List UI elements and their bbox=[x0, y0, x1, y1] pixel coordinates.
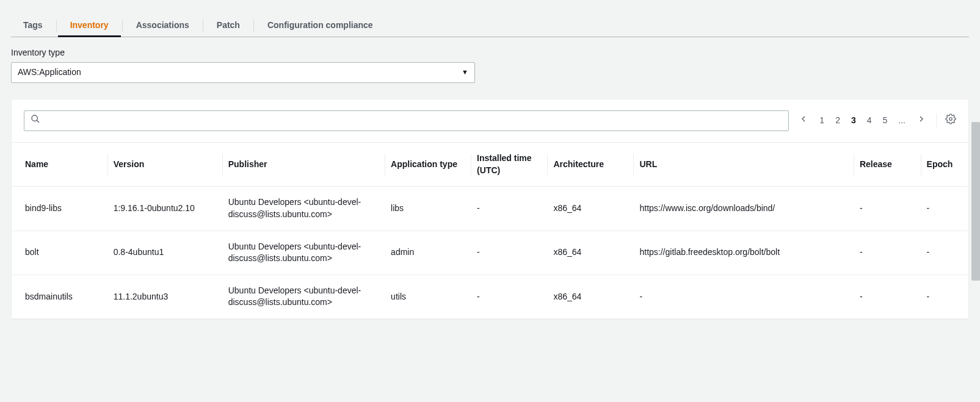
tab-separator bbox=[122, 20, 123, 32]
pager-page-2[interactable]: 2 bbox=[835, 115, 840, 127]
col-epoch[interactable]: Epoch bbox=[921, 143, 968, 187]
cell-name: bind9-libs bbox=[12, 187, 107, 231]
table-header-row: Name Version Publisher Application type … bbox=[12, 143, 968, 187]
tab-associations[interactable]: Associations bbox=[124, 15, 201, 37]
col-architecture[interactable]: Architecture bbox=[547, 143, 633, 187]
cell-url: - bbox=[633, 275, 853, 318]
inventory-panel: 1 2 3 4 5 ... bbox=[11, 99, 969, 320]
tab-patch[interactable]: Patch bbox=[205, 15, 252, 37]
tab-inventory[interactable]: Inventory bbox=[58, 15, 121, 37]
toolbar: 1 2 3 4 5 ... bbox=[12, 99, 968, 142]
pager-prev-icon[interactable] bbox=[799, 114, 808, 127]
gear-icon bbox=[945, 113, 956, 128]
tab-configuration-compliance[interactable]: Configuration compliance bbox=[255, 15, 385, 37]
inventory-type-select[interactable]: AWS:Application ▼ bbox=[11, 62, 475, 83]
search-input-wrapper[interactable] bbox=[24, 110, 789, 131]
table-row: bolt0.8-4ubuntu1Ubuntu Developers <ubunt… bbox=[12, 231, 968, 275]
tab-separator bbox=[203, 20, 203, 32]
col-apptype[interactable]: Application type bbox=[385, 143, 471, 187]
pager-page-1[interactable]: 1 bbox=[819, 115, 824, 127]
pager-page-5[interactable]: 5 bbox=[883, 115, 888, 127]
tab-tags[interactable]: Tags bbox=[11, 15, 55, 37]
search-icon bbox=[31, 114, 40, 127]
svg-point-2 bbox=[949, 118, 953, 121]
cell-url: https://gitlab.freedesktop.org/bolt/bolt bbox=[633, 231, 853, 275]
col-installed[interactable]: Installed time (UTC) bbox=[471, 143, 547, 187]
col-release[interactable]: Release bbox=[854, 143, 921, 187]
cell-release: - bbox=[854, 231, 921, 275]
cell-epoch: - bbox=[921, 187, 968, 231]
svg-line-1 bbox=[37, 120, 39, 123]
cell-installed: - bbox=[471, 187, 547, 231]
cell-release: - bbox=[854, 187, 921, 231]
cell-epoch: - bbox=[921, 275, 968, 318]
tab-bar: Tags Inventory Associations Patch Config… bbox=[11, 0, 969, 37]
settings-button[interactable] bbox=[936, 113, 956, 128]
inventory-table: Name Version Publisher Application type … bbox=[12, 142, 968, 319]
cell-url: https://www.isc.org/downloads/bind/ bbox=[633, 187, 853, 231]
cell-apptype: libs bbox=[385, 187, 471, 231]
svg-point-0 bbox=[32, 115, 37, 121]
cell-publisher: Ubuntu Developers <ubuntu-devel-discuss@… bbox=[222, 187, 385, 231]
caret-down-icon: ▼ bbox=[462, 68, 468, 77]
cell-arch: x86_64 bbox=[547, 275, 633, 318]
cell-epoch: - bbox=[921, 231, 968, 275]
pager: 1 2 3 4 5 ... bbox=[799, 114, 926, 127]
col-name[interactable]: Name bbox=[12, 143, 107, 187]
cell-arch: x86_64 bbox=[547, 187, 633, 231]
col-version[interactable]: Version bbox=[107, 143, 222, 187]
inventory-type-value: AWS:Application bbox=[18, 66, 81, 79]
cell-version: 0.8-4ubuntu1 bbox=[107, 231, 222, 275]
col-publisher[interactable]: Publisher bbox=[222, 143, 385, 187]
cell-name: bolt bbox=[12, 231, 107, 275]
pager-page-4[interactable]: 4 bbox=[867, 115, 872, 127]
cell-version: 11.1.2ubuntu3 bbox=[107, 275, 222, 318]
tab-separator bbox=[253, 20, 254, 32]
search-input[interactable] bbox=[45, 116, 782, 126]
table-row: bind9-libs1:9.16.1-0ubuntu2.10Ubuntu Dev… bbox=[12, 187, 968, 231]
tab-separator bbox=[56, 20, 57, 32]
vertical-scrollbar[interactable] bbox=[971, 122, 980, 281]
cell-publisher: Ubuntu Developers <ubuntu-devel-discuss@… bbox=[222, 231, 385, 275]
pager-next-icon[interactable] bbox=[916, 114, 926, 127]
inventory-type-label: Inventory type bbox=[11, 47, 969, 59]
cell-publisher: Ubuntu Developers <ubuntu-devel-discuss@… bbox=[222, 275, 385, 318]
col-url[interactable]: URL bbox=[633, 143, 853, 187]
cell-installed: - bbox=[471, 275, 547, 318]
table-row: bsdmainutils11.1.2ubuntu3Ubuntu Develope… bbox=[12, 275, 968, 318]
cell-version: 1:9.16.1-0ubuntu2.10 bbox=[107, 187, 222, 231]
cell-installed: - bbox=[471, 231, 547, 275]
pager-ellipsis[interactable]: ... bbox=[898, 115, 906, 127]
cell-apptype: utils bbox=[385, 275, 471, 318]
cell-apptype: admin bbox=[385, 231, 471, 275]
pager-page-3[interactable]: 3 bbox=[851, 115, 856, 127]
cell-release: - bbox=[854, 275, 921, 318]
cell-arch: x86_64 bbox=[547, 231, 633, 275]
cell-name: bsdmainutils bbox=[12, 275, 107, 318]
